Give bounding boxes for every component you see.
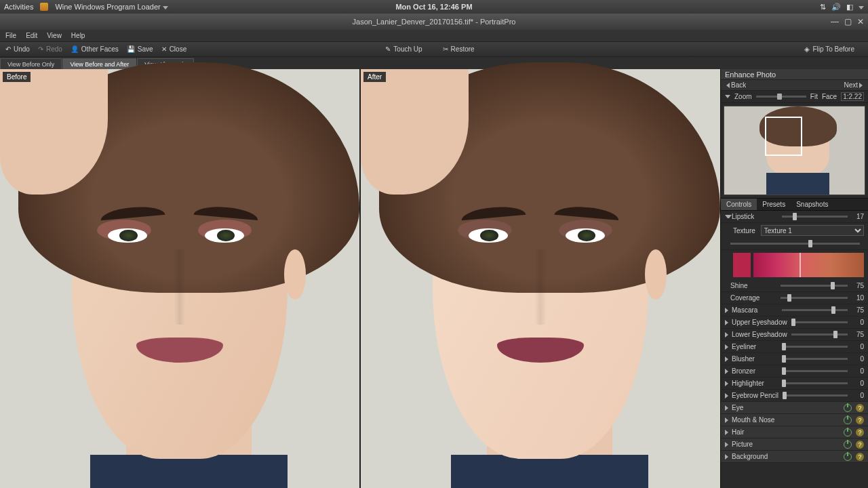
eyeliner-expand-icon[interactable] [725, 344, 732, 350]
flip-icon: ◈ [804, 45, 810, 53]
background-help[interactable]: ? [856, 453, 864, 461]
tab-before-after[interactable]: View Before and After [62, 58, 136, 69]
clock: Mon Oct 16, 12:46 PM [395, 3, 472, 11]
blusher-slider[interactable] [782, 358, 848, 360]
next-button[interactable]: Next [838, 81, 868, 89]
mascara-expand-icon[interactable] [725, 308, 732, 313]
other-faces-button[interactable]: 👤Other Faces [71, 45, 119, 53]
power-icon[interactable] [859, 3, 864, 11]
texture-select[interactable]: Texture 1 [761, 225, 864, 236]
bronzer-expand-icon[interactable] [725, 369, 732, 374]
lipstick-slider[interactable] [782, 216, 848, 218]
picture-help[interactable]: ? [856, 441, 864, 449]
restore-button[interactable]: ✂Restore [443, 45, 475, 53]
hair-toggle[interactable] [844, 428, 852, 436]
navigator-preview[interactable] [724, 106, 865, 195]
section-background[interactable]: Background? [721, 451, 868, 463]
activities-button[interactable]: Activities [4, 3, 33, 11]
main-toolbar: ↶Undo ↷Redo 👤Other Faces 💾Save ✕Close ✎T… [0, 42, 868, 57]
before-label: Before [3, 72, 31, 82]
minimize-button[interactable]: — [831, 17, 839, 26]
app-menu[interactable]: Wine Windows Program Loader [55, 3, 167, 11]
tab-before-only[interactable]: View Before Only [0, 58, 62, 69]
navigator-viewport[interactable] [765, 117, 802, 156]
mascara-slider[interactable] [782, 309, 848, 311]
eyeliner-slider[interactable] [782, 346, 848, 348]
redo-button[interactable]: ↷Redo [38, 45, 62, 53]
eye-expand-icon [725, 405, 732, 411]
tab-snapshots[interactable]: Snapshots [791, 199, 833, 210]
redo-icon: ↷ [38, 45, 43, 53]
close-window-button[interactable]: ✕ [857, 17, 864, 26]
shine-label: Shine [730, 282, 776, 289]
menu-help[interactable]: Help [71, 32, 85, 39]
window-title: Jason_Lanier_Denver_20170156.tif* - Port… [353, 18, 516, 26]
shine-slider[interactable] [781, 285, 848, 287]
network-icon[interactable]: ⇅ [820, 3, 826, 12]
chevron-left-icon [726, 83, 730, 88]
coverage-label: Coverage [730, 294, 776, 302]
before-pane: Before [0, 69, 359, 488]
image-canvas[interactable]: Before After [0, 69, 720, 488]
upper-eyeshadow-slider[interactable] [791, 321, 848, 323]
eyeliner-value: 0 [852, 343, 864, 350]
volume-icon[interactable]: 🔊 [831, 3, 841, 12]
indicator-icon[interactable]: ◧ [846, 3, 853, 12]
tab-controls[interactable]: Controls [721, 199, 757, 210]
lower-eyeshadow-slider[interactable] [791, 333, 848, 336]
zoom-face-button[interactable]: Face [822, 93, 837, 100]
mouth-nose-help[interactable]: ? [856, 416, 864, 424]
menu-file[interactable]: File [5, 32, 16, 39]
coverage-slider[interactable] [781, 297, 848, 299]
tab-presets[interactable]: Presets [757, 199, 791, 210]
bronzer-label: Bronzer [732, 367, 778, 375]
lipstick-expand-icon[interactable] [725, 215, 732, 218]
section-mouth-nose[interactable]: Mouth & Nose? [721, 414, 868, 426]
lip-tone-slider[interactable] [730, 243, 860, 245]
chevron-down-icon [163, 6, 168, 9]
blusher-value: 0 [852, 355, 864, 363]
bronzer-slider[interactable] [782, 370, 848, 372]
section-hair[interactable]: Hair? [721, 426, 868, 439]
touch-up-button[interactable]: ✎Touch Up [385, 45, 422, 53]
eye-help[interactable]: ? [856, 404, 864, 412]
lipstick-value: 17 [852, 213, 864, 220]
save-icon: 💾 [127, 45, 135, 53]
controls-panel: Lipstick17 TextureTexture 1 Shine75 Cove… [721, 211, 868, 488]
zoom-expand-icon[interactable] [725, 95, 730, 98]
mascara-label: Mascara [732, 306, 778, 314]
section-picture[interactable]: Picture? [721, 439, 868, 451]
menu-view[interactable]: View [47, 32, 62, 39]
undo-button[interactable]: ↶Undo [5, 45, 30, 53]
zoom-fit-button[interactable]: Fit [810, 93, 818, 100]
zoom-slider[interactable] [756, 96, 806, 98]
lip-color-gradient[interactable] [753, 253, 864, 277]
upper-eyeshadow-expand-icon[interactable] [725, 320, 732, 325]
section-eye[interactable]: Eye? [721, 402, 868, 414]
hair-help[interactable]: ? [856, 428, 864, 436]
lower-eyeshadow-expand-icon[interactable] [725, 332, 732, 338]
lipstick-label: Lipstick [732, 213, 778, 220]
undo-icon: ↶ [5, 45, 11, 53]
lip-color-swatch[interactable] [733, 253, 751, 277]
eyebrow-pencil-expand-icon[interactable] [725, 393, 732, 399]
zoom-ratio: 1:2.22 [841, 92, 864, 101]
blusher-expand-icon[interactable] [725, 357, 732, 362]
close-button[interactable]: ✕Close [161, 45, 187, 53]
flip-button[interactable]: ◈Flip To Before [804, 45, 854, 53]
highlighter-slider[interactable] [782, 382, 848, 384]
mouth-nose-toggle[interactable] [844, 416, 852, 424]
highlighter-value: 0 [852, 380, 864, 387]
menu-edit[interactable]: Edit [26, 32, 37, 39]
eyeliner-label: Eyeliner [732, 343, 778, 350]
upper-eyeshadow-label: Upper Eyeshadow [732, 319, 787, 326]
maximize-button[interactable]: ▢ [844, 17, 852, 26]
eyebrow-pencil-slider[interactable] [783, 394, 848, 396]
background-toggle[interactable] [844, 453, 852, 461]
os-top-bar: Activities Wine Windows Program Loader M… [0, 0, 868, 14]
back-button[interactable]: Back [721, 81, 751, 89]
save-button[interactable]: 💾Save [127, 45, 153, 53]
picture-toggle[interactable] [844, 441, 852, 449]
highlighter-expand-icon[interactable] [725, 381, 732, 386]
eye-toggle[interactable] [844, 404, 852, 412]
